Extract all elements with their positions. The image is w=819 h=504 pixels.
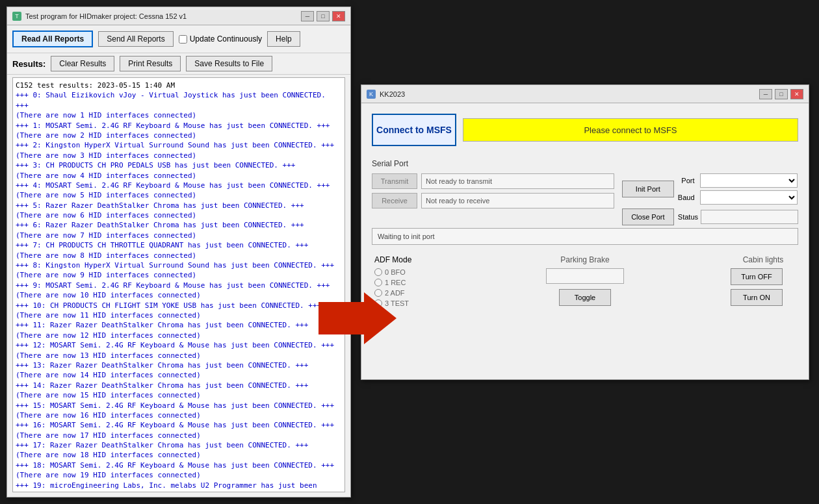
results-line: (There are now 15 HID interfaces connect… — [16, 390, 342, 400]
receive-button: Receive — [372, 193, 417, 208]
adf-option-0: 0 BFO — [374, 268, 439, 276]
results-line: (There are now 1 HID interfaces connecte… — [16, 110, 342, 120]
titlebar-left: T Test program for HIDmaker project: Ces… — [12, 12, 187, 21]
close-button[interactable]: ✕ — [332, 11, 345, 21]
app-icon: T — [12, 12, 21, 21]
results-line: +++ 0: Shaul Eizikovich vJoy - Virtual J… — [16, 90, 342, 110]
results-line: (There are now 7 HID interfaces connecte… — [16, 231, 342, 240]
results-line: (There are now 14 HID interfaces connect… — [16, 370, 342, 380]
results-line: (There are now 11 HID interfaces connect… — [16, 310, 342, 320]
results-line: +++ 14: Razer Razer DeathStalker Chroma … — [16, 381, 342, 390]
results-line: +++ 7: CH PRODUCTS CH THROTTLE QUADRANT … — [16, 240, 342, 250]
serial-section: Serial Port Transmit Not ready to transm… — [372, 159, 798, 245]
results-line: +++ 4: MOSART Semi. 2.4G RF Keyboard & M… — [16, 181, 342, 190]
results-line: +++ 10: CH PRODUCTS CH FLIGHT SIM YOKE U… — [16, 301, 342, 310]
baud-label: Baud — [678, 194, 695, 201]
results-line: (There are now 4 HID interfaces connecte… — [16, 171, 342, 181]
results-line: (There are now 13 HID interfaces connect… — [16, 351, 342, 360]
results-line: (There are now 9 HID interfaces connecte… — [16, 270, 342, 280]
turn-off-button[interactable]: Turn OFF — [731, 268, 783, 285]
update-continuously-wrap: Update Continuously — [179, 34, 262, 44]
results-line: C152 test results: 2023-05-15 1:40 AM — [16, 81, 342, 90]
results-line: (There are now 8 HID interfaces connecte… — [16, 251, 342, 260]
w2-titlebar-left: K KK2023 — [367, 90, 405, 99]
results-line: +++ 13: Razer Razer DeathStalker Chroma … — [16, 360, 342, 370]
save-results-button[interactable]: Save Results to File — [186, 56, 272, 71]
results-line: (There are now 12 HID interfaces connect… — [16, 331, 342, 340]
init-port-button[interactable]: Init Port — [622, 181, 674, 197]
status-label: Status — [678, 213, 698, 221]
results-line: +++ 9: MOSART Semi. 2.4G RF Keyboard & M… — [16, 281, 342, 290]
baud-dropdown[interactable] — [700, 190, 798, 205]
svg-marker-0 — [318, 292, 396, 344]
receive-status: Not ready to receive — [421, 193, 614, 208]
w2-maximize-button[interactable]: □ — [775, 89, 788, 99]
parking-section: Parking Brake Toggle — [452, 255, 718, 310]
waiting-text: Waiting to init port — [378, 233, 435, 240]
port-dropdown[interactable] — [700, 173, 798, 188]
window1: T Test program for HIDmaker project: Ces… — [6, 6, 351, 498]
results-line: (There are now 19 HID interfaces connect… — [16, 470, 342, 480]
results-line: (There are now 6 HID interfaces connecte… — [16, 210, 342, 220]
results-line: (There are now 5 HID interfaces connecte… — [16, 190, 342, 200]
results-line: (There are now 18 HID interfaces connect… — [16, 450, 342, 460]
results-line: +++ 5: Razer Razer DeathStalker Chroma h… — [16, 201, 342, 210]
window1-title: Test program for HIDmaker project: Cessn… — [25, 12, 187, 20]
transmit-status: Not ready to transmit — [421, 173, 614, 189]
print-results-button[interactable]: Print Results — [120, 56, 181, 71]
titlebar-controls: ─ □ ✕ — [301, 11, 345, 21]
toolbar: Read All Reports Send All Reports Update… — [7, 25, 350, 53]
w2-titlebar-controls: ─ □ ✕ — [759, 89, 803, 99]
parking-brake-title: Parking Brake — [452, 255, 718, 264]
results-line: +++ 2: Kingston HyperX Virtual Surround … — [16, 140, 342, 150]
turn-on-button[interactable]: Turn ON — [731, 289, 783, 306]
window2-title: KK2023 — [380, 90, 405, 98]
w2-minimize-button[interactable]: ─ — [759, 89, 772, 99]
minimize-button[interactable]: ─ — [301, 11, 314, 21]
window1-titlebar: T Test program for HIDmaker project: Ces… — [7, 7, 350, 25]
results-line: +++ 12: MOSART Semi. 2.4G RF Keyboard & … — [16, 340, 342, 350]
results-line: +++ 17: Razer Razer DeathStalker Chroma … — [16, 440, 342, 450]
maximize-button[interactable]: □ — [317, 11, 330, 21]
connect-msfs-button[interactable]: Connect to MSFS — [372, 114, 456, 146]
results-line: +++ 15: MOSART Semi. 2.4G RF Keyboard & … — [16, 401, 342, 410]
status-field — [701, 210, 798, 224]
results-line: (There are now 10 HID interfaces connect… — [16, 290, 342, 300]
receive-row: Receive Not ready to receive — [372, 193, 614, 208]
read-all-reports-button[interactable]: Read All Reports — [12, 31, 93, 47]
results-bar: Results: Clear Results Print Results Sav… — [7, 53, 350, 75]
parking-brake-input[interactable] — [546, 268, 624, 284]
results-area[interactable]: C152 test results: 2023-05-15 1:40 AM+++… — [12, 77, 345, 492]
update-continuously-checkbox[interactable] — [179, 35, 187, 44]
results-line: +++ 18: MOSART Semi. 2.4G RF Keyboard & … — [16, 460, 342, 470]
adf-radio-0[interactable] — [374, 268, 382, 276]
serial-fields: Transmit Not ready to transmit Receive N… — [372, 173, 614, 208]
waiting-bar: Waiting to init port — [372, 228, 798, 245]
adf-label-1: 1 REC — [385, 279, 406, 286]
adf-radio-1[interactable] — [374, 279, 382, 286]
results-line: +++ 6: Razer Razer DeathStalker Chroma h… — [16, 220, 342, 230]
msfs-status-bar: Please connect to MSFS — [463, 118, 798, 142]
results-line: +++ 19: microEngineering Labs, Inc. mela… — [16, 481, 342, 492]
help-button[interactable]: Help — [267, 31, 300, 47]
adf-title: ADF Mode — [374, 255, 439, 264]
w2-close-button[interactable]: ✕ — [790, 89, 803, 99]
w2-app-icon: K — [367, 90, 376, 99]
adf-option-1: 1 REC — [374, 279, 439, 286]
toggle-button[interactable]: Toggle — [559, 289, 611, 306]
results-line: (There are now 3 HID interfaces connecte… — [16, 151, 342, 160]
clear-results-button[interactable]: Clear Results — [51, 56, 114, 71]
window2-titlebar: K KK2023 ─ □ ✕ — [361, 85, 809, 103]
results-label: Results: — [12, 59, 46, 69]
results-line: (There are now 2 HID interfaces connecte… — [16, 131, 342, 140]
results-line: +++ 8: Kingston HyperX Virtual Surround … — [16, 260, 342, 270]
transmit-row: Transmit Not ready to transmit — [372, 173, 614, 189]
results-line: (There are now 16 HID interfaces connect… — [16, 410, 342, 420]
results-line: +++ 16: MOSART Semi. 2.4G RF Keyboard & … — [16, 420, 342, 430]
results-line: +++ 3: CH PRODUCTS CH PRO PEDALS USB has… — [16, 160, 342, 170]
send-all-reports-button[interactable]: Send All Reports — [98, 31, 173, 47]
results-line: (There are now 17 HID interfaces connect… — [16, 431, 342, 440]
port-status-grid: Port Baud — [678, 173, 798, 205]
cabin-section: Cabin lights Turn OFF Turn ON — [731, 255, 796, 310]
close-port-button[interactable]: Close Port — [622, 208, 674, 225]
